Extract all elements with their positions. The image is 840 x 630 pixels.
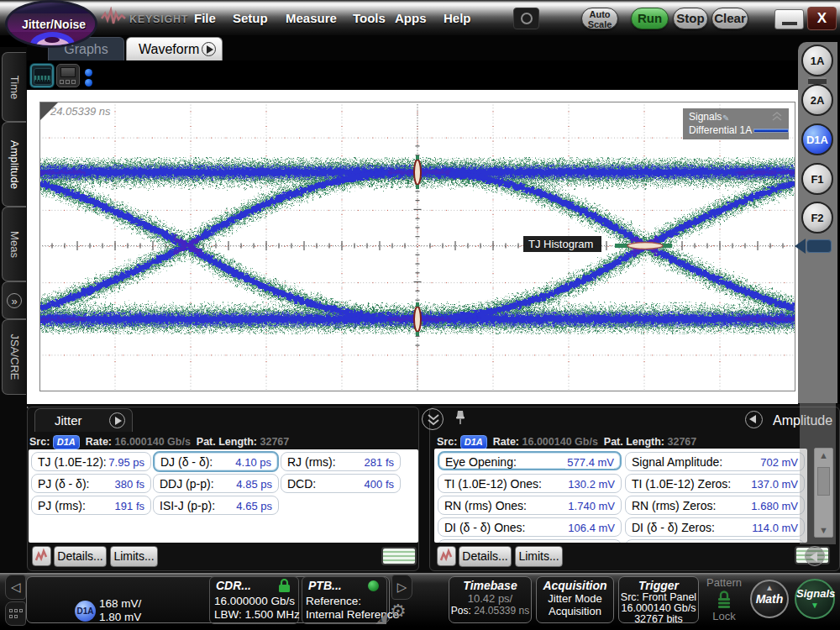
svg-text:TJ Histogram: TJ Histogram bbox=[528, 238, 593, 250]
svg-text:24.05339 ns: 24.05339 ns bbox=[50, 105, 111, 118]
